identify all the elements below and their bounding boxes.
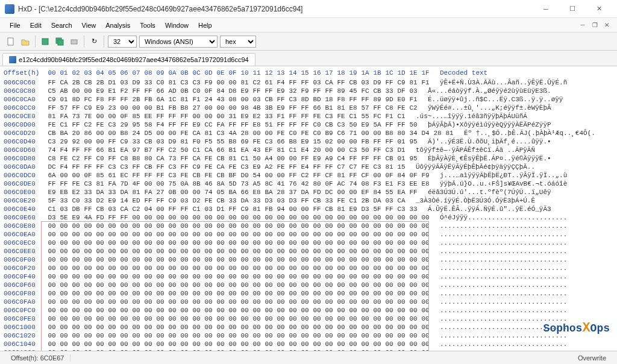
base-select[interactable]: hex	[220, 36, 256, 48]
byte-cell[interactable]: 00	[359, 247, 371, 256]
hex-row[interactable]: 006C0D40C329920000FFC933CB03D981F0F555B8…	[4, 137, 613, 146]
byte-cell[interactable]: 66	[275, 137, 287, 146]
byte-cell[interactable]: AC	[335, 180, 347, 188]
byte-cell[interactable]: 00	[407, 239, 419, 247]
byte-cell[interactable]: 00	[287, 154, 299, 163]
byte-cell[interactable]: 00	[202, 112, 215, 121]
byte-cell[interactable]: 00	[58, 340, 70, 348]
byte-cell[interactable]: 00	[359, 323, 371, 331]
ascii-cell[interactable]: ................................	[440, 264, 567, 272]
byte-cell[interactable]: FE	[202, 163, 215, 171]
byte-cell[interactable]: 00	[299, 348, 311, 351]
byte-cell[interactable]: FF	[359, 154, 371, 163]
ascii-cell[interactable]: ÿWÿÉé#...±û¸'...„K;éÿÿf±.èWÿÈþÂ	[428, 104, 551, 112]
byte-cell[interactable]: C3	[239, 163, 251, 171]
byte-cell[interactable]: D0	[239, 171, 251, 180]
byte-cell[interactable]: 00	[94, 289, 106, 298]
byte-cell[interactable]: 00	[166, 247, 178, 256]
byte-cell[interactable]: 00	[82, 222, 94, 230]
byte-cell[interactable]: D3	[359, 205, 371, 213]
byte-cell[interactable]: D2	[94, 196, 106, 205]
byte-cell[interactable]: D9	[130, 78, 142, 87]
byte-cell[interactable]: 00	[407, 256, 419, 264]
byte-cell[interactable]: 00	[154, 222, 166, 230]
byte-cell[interactable]: 00	[58, 264, 70, 272]
menu-help[interactable]: Help	[193, 20, 217, 31]
byte-cell[interactable]: 00	[407, 331, 419, 340]
byte-cell[interactable]: 24	[202, 95, 215, 104]
byte-cell[interactable]: 00	[239, 306, 251, 315]
byte-cell[interactable]: 31	[227, 112, 239, 121]
byte-cell[interactable]: C2	[407, 104, 419, 112]
byte-cell[interactable]: 00	[299, 230, 311, 239]
byte-cell[interactable]: 00	[118, 306, 130, 315]
byte-cell[interactable]: F1	[190, 95, 202, 104]
byte-cell[interactable]: 00	[106, 230, 118, 239]
byte-cell[interactable]: 00	[275, 264, 287, 272]
byte-cell[interactable]: 5A	[371, 121, 383, 129]
byte-cell[interactable]: 00	[154, 272, 166, 281]
byte-cell[interactable]: 00	[251, 281, 263, 289]
byte-cell[interactable]: 00	[178, 230, 190, 239]
byte-cell[interactable]: 81	[443, 129, 456, 137]
byte-cell[interactable]: 00	[371, 323, 383, 331]
byte-cell[interactable]: FF	[383, 205, 395, 213]
byte-cell[interactable]: 00	[142, 323, 154, 331]
byte-cell[interactable]: 80	[395, 129, 407, 137]
byte-cell[interactable]: 00	[335, 239, 347, 247]
byte-cell[interactable]: 50	[178, 146, 190, 154]
byte-cell[interactable]: 81	[335, 171, 347, 180]
byte-cell[interactable]: FF	[82, 154, 94, 163]
byte-cell[interactable]: E9	[94, 104, 106, 112]
byte-cell[interactable]: 00	[251, 306, 263, 315]
byte-cell[interactable]: 00	[239, 264, 251, 272]
byte-cell[interactable]: 00	[347, 348, 359, 351]
byte-cell[interactable]: 00	[190, 348, 202, 351]
byte-cell[interactable]: D1	[106, 78, 118, 87]
byte-cell[interactable]: 00	[299, 340, 311, 348]
byte-cell[interactable]: 00	[70, 306, 82, 315]
byte-cell[interactable]: 00	[118, 340, 130, 348]
byte-cell[interactable]: 00	[190, 298, 202, 306]
byte-cell[interactable]: 00	[383, 306, 395, 315]
byte-cell[interactable]: CB	[46, 129, 58, 137]
byte-cell[interactable]: CB	[323, 205, 335, 213]
byte-cell[interactable]: 00	[383, 239, 395, 247]
byte-cell[interactable]: E8	[347, 104, 359, 112]
ascii-cell[interactable]: ................................	[440, 247, 567, 256]
byte-cell[interactable]: CA	[323, 78, 335, 87]
byte-cell[interactable]: 00	[395, 306, 407, 315]
byte-cell[interactable]: 00	[323, 298, 335, 306]
byte-cell[interactable]: D4	[419, 129, 431, 137]
byte-cell[interactable]: ED	[130, 196, 142, 205]
byte-cell[interactable]: 00	[166, 331, 178, 340]
byte-cell[interactable]: F1	[383, 112, 395, 121]
byte-cell[interactable]: 00	[106, 281, 118, 289]
byte-cell[interactable]: E9	[94, 87, 106, 95]
byte-cell[interactable]: 00	[94, 306, 106, 315]
byte-cell[interactable]: FF	[287, 78, 299, 87]
byte-cell[interactable]: 00	[395, 348, 407, 351]
byte-cell[interactable]: 00	[227, 289, 239, 298]
byte-cell[interactable]: FF	[106, 213, 118, 222]
byte-cell[interactable]: E9	[106, 196, 118, 205]
byte-cell[interactable]: 00	[70, 272, 82, 281]
hex-row[interactable]: 006C0F0000000000000000000000000000000000…	[4, 256, 613, 264]
byte-cell[interactable]: F9	[419, 171, 431, 180]
byte-cell[interactable]: 00	[215, 306, 227, 315]
byte-cell[interactable]: 00	[359, 281, 371, 289]
byte-cell[interactable]: 03	[106, 205, 118, 213]
byte-cell[interactable]: 00	[106, 323, 118, 331]
byte-cell[interactable]: 8A	[215, 180, 227, 188]
byte-cell[interactable]: AB	[58, 87, 70, 95]
byte-cell[interactable]: FF	[251, 87, 263, 95]
byte-cell[interactable]: EF	[359, 188, 371, 196]
byte-cell[interactable]: C1	[190, 146, 202, 154]
byte-cell[interactable]: 37	[287, 188, 299, 196]
byte-cell[interactable]: 55	[383, 188, 395, 196]
byte-cell[interactable]: 00	[142, 180, 154, 188]
byte-cell[interactable]: 00	[166, 289, 178, 298]
byte-cell[interactable]: 00	[287, 230, 299, 239]
byte-cell[interactable]: 00	[371, 129, 383, 137]
byte-cell[interactable]: 00	[239, 213, 251, 222]
